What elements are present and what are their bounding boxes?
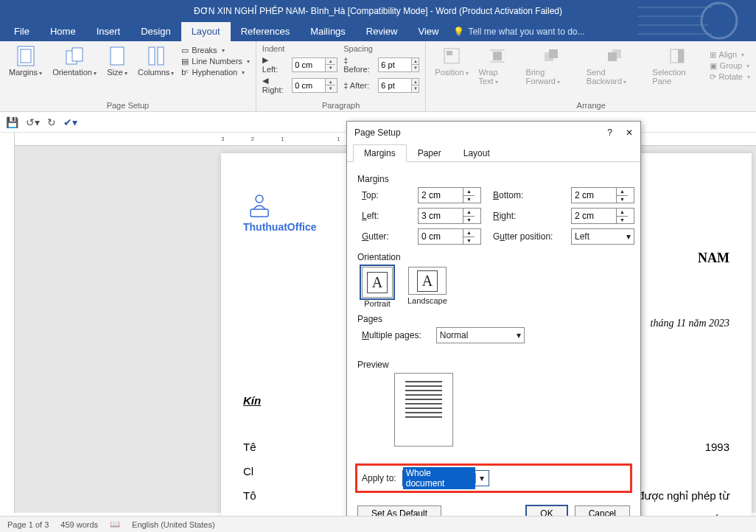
wrap-text-button: Wrap Text	[476, 44, 519, 87]
svg-rect-4	[72, 48, 83, 61]
check-icon[interactable]: ✔▾	[63, 116, 77, 128]
language[interactable]: English (United States)	[132, 520, 215, 529]
svg-rect-17	[251, 209, 268, 217]
position-button: Position	[432, 44, 471, 87]
paragraph-label: Paragraph	[262, 99, 420, 110]
indent-left-label: ▶ Left:	[262, 55, 286, 74]
left-label: Left:	[362, 211, 406, 221]
status-bar: Page 1 of 3 459 words 📖 English (United …	[0, 516, 756, 532]
spacing-before-input[interactable]: ▲▼	[378, 57, 419, 72]
top-input[interactable]: ▲▼	[418, 187, 481, 203]
line-numbers-button[interactable]: ▤Line Numbers	[181, 57, 249, 66]
size-icon	[107, 46, 127, 66]
tell-me[interactable]: 💡 Tell me what you want to do...	[453, 27, 584, 37]
tab-view[interactable]: View	[407, 22, 449, 41]
svg-rect-12	[549, 49, 558, 58]
preview-section-label: Preview	[357, 360, 630, 370]
hyphenation-button[interactable]: bᶜHyphenation	[181, 68, 249, 77]
multiple-pages-select[interactable]: Normal▾	[436, 327, 525, 343]
gutter-input[interactable]: ▲▼	[418, 228, 481, 245]
rotate-icon: ⟳	[710, 72, 716, 82]
chevron-down-icon: ▾	[626, 231, 631, 242]
tab-file[interactable]: File	[4, 22, 40, 41]
indent-right-input[interactable]: ▲▼	[292, 78, 337, 93]
right-input[interactable]: ▲▼	[571, 208, 634, 224]
tab-insert[interactable]: Insert	[86, 22, 131, 41]
page-setup-label: Page Setup	[6, 99, 250, 110]
indent-title: Indent	[262, 44, 337, 53]
tab-review[interactable]: Review	[356, 22, 408, 41]
svg-rect-5	[111, 47, 124, 65]
orientation-button[interactable]: Orientation	[49, 44, 99, 78]
gutter-pos-label: Gutter position:	[493, 231, 559, 242]
selection-pane-icon	[667, 46, 687, 66]
undo-icon[interactable]: ↺▾	[26, 116, 40, 128]
tab-design[interactable]: Design	[130, 22, 181, 41]
svg-rect-10	[493, 52, 502, 60]
dialog-tabs: Margins Paper Layout	[347, 144, 640, 162]
portrait-option[interactable]: A Portrait	[362, 267, 393, 308]
page-setup-dialog: Page Setup ? ✕ Margins Paper Layout Marg…	[346, 121, 641, 530]
landscape-option[interactable]: A Landscape	[407, 267, 447, 308]
dialog-titlebar[interactable]: Page Setup ? ✕	[347, 122, 640, 144]
bulb-icon: 💡	[453, 27, 464, 37]
orientation-section-label: Orientation	[357, 252, 630, 262]
help-icon[interactable]: ?	[607, 127, 612, 138]
svg-rect-6	[149, 47, 155, 65]
dialog-tab-paper[interactable]: Paper	[407, 144, 452, 162]
gutter-label: Gutter:	[362, 231, 406, 242]
save-icon[interactable]: 💾	[6, 116, 18, 128]
spacing-before-label: ‡ Before:	[343, 56, 372, 74]
group-button: ▣Group	[710, 61, 750, 71]
dialog-title: Page Setup	[354, 127, 401, 138]
redo-icon[interactable]: ↻	[47, 116, 56, 128]
group-page-setup: Margins Orientation Size Columns ▭Breaks…	[0, 41, 256, 111]
bottom-input[interactable]: ▲▼	[571, 187, 634, 203]
spacing-after-input[interactable]: ▲▼	[378, 78, 419, 93]
tab-layout[interactable]: Layout	[181, 22, 231, 41]
breaks-icon: ▭	[181, 46, 189, 55]
tab-mailings[interactable]: Mailings	[300, 22, 356, 41]
spacing-title: Spacing	[343, 44, 419, 53]
chevron-down-icon: ▾	[475, 473, 489, 483]
dialog-tab-margins[interactable]: Margins	[353, 144, 407, 162]
dialog-tab-layout[interactable]: Layout	[452, 144, 501, 162]
close-icon[interactable]: ✕	[626, 127, 633, 138]
svg-point-18	[256, 195, 263, 203]
tab-references[interactable]: References	[231, 22, 300, 41]
pages-section-label: Pages	[357, 314, 630, 324]
doc-title: ĐƠN XIN NGHỈ PHÉP NAM- Bình_Hà [Compatib…	[194, 6, 562, 16]
arrange-label: Arrange	[432, 99, 750, 110]
group-arrange: Position Wrap Text Bring Forward Send Ba…	[426, 41, 756, 111]
right-label: Right:	[493, 211, 559, 221]
size-button[interactable]: Size	[104, 44, 130, 78]
align-button: ⊞Align	[710, 50, 750, 60]
multiple-pages-label: Multiple pages:	[362, 330, 421, 340]
logo-icon	[243, 190, 276, 220]
indent-left-input[interactable]: ▲▼	[292, 57, 337, 72]
margins-section-label: Margins	[357, 174, 630, 184]
vertical-ruler	[0, 133, 15, 513]
top-label: Top:	[362, 190, 406, 200]
send-backward-icon	[604, 46, 625, 66]
position-icon	[441, 46, 462, 66]
title-bar: ĐƠN XIN NGHỈ PHÉP NAM- Bình_Hà [Compatib…	[0, 0, 756, 22]
apply-to-select[interactable]: Whole document ▾	[402, 470, 489, 486]
svg-rect-9	[447, 51, 452, 55]
tab-home[interactable]: Home	[40, 22, 86, 41]
preview-thumbnail	[394, 373, 453, 447]
columns-button[interactable]: Columns	[135, 44, 177, 78]
left-input[interactable]: ▲▼	[418, 208, 481, 224]
breaks-button[interactable]: ▭Breaks	[181, 46, 249, 55]
ribbon: Margins Orientation Size Columns ▭Breaks…	[0, 41, 756, 112]
margins-button[interactable]: Margins	[6, 44, 45, 78]
page-count[interactable]: Page 1 of 3	[7, 520, 49, 529]
decorative-swirl	[638, 0, 756, 41]
svg-rect-16	[678, 49, 684, 63]
bring-forward-icon	[541, 46, 561, 66]
word-count[interactable]: 459 words	[60, 520, 98, 529]
orientation-icon	[64, 46, 85, 66]
send-backward-button: Send Backward	[584, 44, 645, 87]
proofing-icon[interactable]: 📖	[110, 519, 120, 529]
gutter-pos-select[interactable]: Left▾	[571, 228, 634, 245]
